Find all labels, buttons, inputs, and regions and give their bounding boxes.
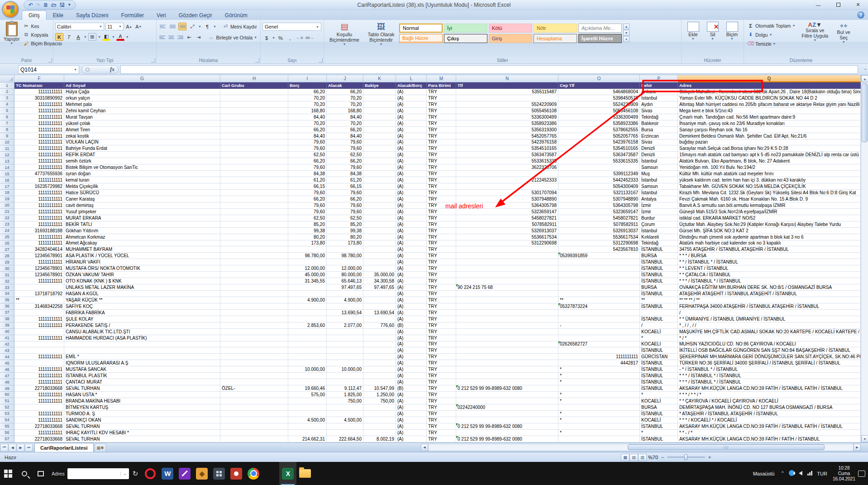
cell-M6[interactable]: TRY (427, 114, 456, 120)
cell-K35[interactable] (363, 297, 396, 303)
cell-G43[interactable] (64, 347, 220, 354)
cell-O40[interactable] (558, 329, 640, 335)
cell-J42[interactable] (327, 341, 363, 348)
cell-M53[interactable]: TRY (427, 411, 456, 417)
taskbar-app-chrome-icon[interactable] (245, 462, 262, 485)
cell-M57[interactable]: TRY (427, 436, 456, 442)
align-center-icon[interactable] (167, 34, 175, 41)
cell-Q10[interactable]: buğday pazarı (678, 139, 861, 146)
cell-G32[interactable]: OTO KONAK (KNK ) $ KNK (64, 278, 220, 284)
cell-P45[interactable]: İSTANBUL (640, 360, 678, 366)
cell-N7[interactable]: 5358923386 (456, 120, 558, 127)
column-header-F[interactable]: F (14, 75, 64, 82)
scroll-up-icon[interactable]: ▲ (861, 75, 868, 82)
help-icon[interactable]: ? (857, 11, 864, 19)
cell-G24[interactable]: Gökhan Yıldırım (64, 228, 220, 234)
cell-I25[interactable]: 80,20 (288, 234, 327, 240)
cell-F37[interactable] (14, 310, 64, 316)
cell-K22[interactable] (363, 215, 396, 221)
cell-Q34[interactable]: ATAŞEHİR ATAŞEHİT / İSTANBUL ATAŞEHİT / … (678, 291, 861, 297)
cell-M10[interactable]: TRY (427, 139, 456, 146)
cell-G40[interactable]: CANSU ALABALIK TIC.LTD.ŞTI (64, 329, 220, 335)
cell-G55[interactable]: SEVAL TURHAN (64, 423, 220, 430)
row-header-22[interactable]: 22 (0, 215, 14, 221)
cell-J43[interactable] (327, 347, 363, 354)
cell-K18[interactable] (363, 190, 396, 196)
cell-J27[interactable] (327, 246, 363, 253)
cell-style-i-yi[interactable]: İyi (444, 24, 487, 33)
cell-Q12[interactable]: 15mayıs mah atatürk cad bamyacı apt k 5 … (678, 152, 861, 158)
cell-L47[interactable]: (A) (396, 373, 427, 379)
cell-style-giriş[interactable]: Giriş (489, 34, 532, 43)
cell-F35[interactable]: ** (14, 297, 64, 303)
row-header-19[interactable]: 19 (0, 196, 14, 202)
start-button[interactable] (0, 462, 16, 485)
cell-J25[interactable]: 80,20 (327, 234, 363, 240)
cell-P34[interactable]: İSTANBUL (640, 291, 678, 297)
cell-P44[interactable]: GÜRCİSTAN (640, 354, 678, 360)
cell-G9[interactable]: zekai kostik (64, 133, 220, 139)
cell-J31[interactable]: 80.000,00 (327, 272, 363, 278)
cell-K3[interactable] (363, 95, 396, 101)
cell-G16[interactable]: kemal turan (64, 177, 220, 183)
cell-O10[interactable]: 5423976158 (558, 139, 640, 146)
cell-P16[interactable]: İstanbul (640, 177, 678, 183)
cell-G3[interactable]: orkun yalçın (64, 95, 220, 101)
cell-G34[interactable]: HASAN A KGÜL (64, 291, 220, 297)
number-dialog-launcher[interactable] (319, 58, 323, 62)
cell-Q18[interactable]: Kirazlı Mh. Mevlana Cd. 1232.Sk (Geylani… (678, 190, 861, 196)
cell-J39[interactable]: 2.077,00 (327, 322, 363, 329)
cell-P40[interactable]: KOCAELİ (640, 329, 678, 335)
cell-N27[interactable] (456, 246, 558, 253)
cell-F46[interactable]: 11111111111 (14, 366, 64, 373)
shrink-font-button[interactable]: A▼ (134, 23, 143, 30)
volume-icon[interactable] (796, 471, 805, 476)
cell-O16[interactable]: 5442452333 (558, 177, 640, 183)
horizontal-scrollbar[interactable]: ◀ |||| ▶ (421, 444, 861, 451)
cell-K45[interactable] (363, 360, 396, 366)
cell-N9[interactable]: 5452057765 (456, 133, 558, 139)
cell-K29[interactable] (363, 259, 396, 265)
cell-F30[interactable]: 12345678901 (14, 265, 64, 272)
paste-button[interactable]: Yapıştır▼ (2, 21, 21, 47)
cell-Q54[interactable]: * * * / KOCAELİ * / KOCAELİ (678, 417, 861, 423)
cell-M11[interactable]: TRY (427, 145, 456, 152)
cell-K38[interactable] (363, 316, 396, 322)
cell-style-kötü[interactable]: Kötü (489, 24, 532, 33)
cell-J17[interactable]: 66,15 (327, 183, 363, 190)
cell-J15[interactable]: 84,38 (327, 171, 363, 177)
cell-M7[interactable]: TRY (427, 120, 456, 127)
cell-N18[interactable]: 5301707094 (456, 190, 558, 196)
cell-H20[interactable] (220, 202, 288, 209)
row-header-27[interactable]: 27 (0, 246, 14, 253)
cell-H29[interactable] (220, 259, 288, 265)
cell-N31[interactable] (456, 272, 558, 278)
cell-N29[interactable] (456, 259, 558, 265)
cell-Q23[interactable]: Üçtutlar Mah. Alaybey Sok.No:29 (Katiple… (678, 221, 861, 228)
cell-M17[interactable]: TRY (427, 183, 456, 190)
cell-O27[interactable]: 5423567810 (558, 246, 640, 253)
font-color-button[interactable]: A (116, 33, 124, 41)
row-header-41[interactable]: 41 (0, 335, 14, 341)
clear-button[interactable]: ⌫Temizle▼ (746, 40, 799, 48)
cell-N47[interactable] (456, 373, 558, 379)
cell-K15[interactable] (363, 171, 396, 177)
cell-F26[interactable]: 11111111111 (14, 240, 64, 247)
cell-H26[interactable] (220, 240, 288, 247)
cell-Q11[interactable]: Saraylar mah.Selçuk cad.Borsa işhanı No:… (678, 145, 861, 152)
cell-P14[interactable]: Samsun (640, 164, 678, 171)
cell-H14[interactable] (220, 164, 288, 171)
cell-L21[interactable]: (A) (396, 209, 427, 215)
cell-O46[interactable]: * (558, 366, 640, 373)
row-header-42[interactable]: 42 (0, 341, 14, 348)
cell-P19[interactable]: Antalya (640, 196, 678, 202)
cell-N39[interactable] (456, 322, 558, 329)
cell-K47[interactable] (363, 373, 396, 379)
row-header-37[interactable]: 37 (0, 310, 14, 316)
cell-F24[interactable]: 31693188188 (14, 228, 64, 234)
cell-N23[interactable]: 5078582911 (456, 221, 558, 228)
action-center-icon[interactable] (858, 471, 865, 477)
cell-L45[interactable]: (A) (396, 360, 427, 366)
cell-P10[interactable]: Sivas (640, 139, 678, 146)
cell-N55[interactable]: 0 212 529 99 99-8989-632 0080 (456, 423, 558, 430)
